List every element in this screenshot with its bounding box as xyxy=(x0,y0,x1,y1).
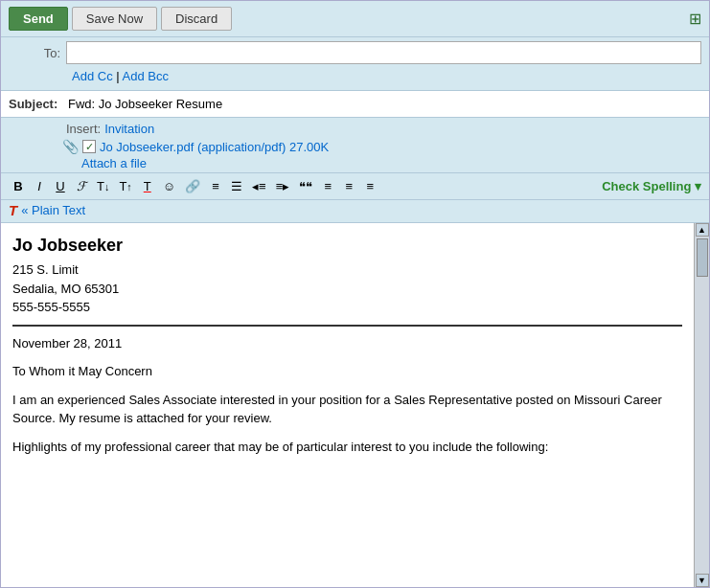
subject-row: Subject: xyxy=(1,90,709,118)
font-color-button[interactable]: T xyxy=(138,177,157,195)
font-size-dec-button[interactable]: T↓ xyxy=(93,177,113,195)
expand-icon[interactable]: ⊞ xyxy=(689,10,701,28)
scroll-up-arrow[interactable]: ▲ xyxy=(696,223,709,237)
paperclip-icon: 📎 xyxy=(62,139,79,154)
attachment-mime: (application/pdf) xyxy=(197,140,286,154)
header-fields: To: Add Cc | Add Bcc xyxy=(1,37,709,90)
underline-button[interactable]: U xyxy=(51,177,70,195)
unordered-list-button[interactable]: ☰ xyxy=(227,177,246,195)
scroll-down-arrow[interactable]: ▼ xyxy=(696,574,709,587)
insert-label: Insert: xyxy=(66,122,101,136)
phone: 555-555-5555 xyxy=(12,298,682,317)
discard-button[interactable]: Discard xyxy=(161,7,232,31)
plain-text-link[interactable]: « Plain Text xyxy=(21,203,85,217)
to-label: To: xyxy=(9,46,66,60)
date-line: November 28, 2011 xyxy=(12,334,682,353)
cc-bcc-row: Add Cc | Add Bcc xyxy=(9,66,701,86)
address-block: 215 S. Limit Sedalia, MO 65301 555-555-5… xyxy=(12,260,682,317)
checkbox-icon[interactable]: ✓ xyxy=(82,140,96,153)
plain-text-row: T « Plain Text xyxy=(1,200,709,223)
scroll-thumb[interactable] xyxy=(697,238,708,277)
to-row: To: xyxy=(9,41,701,64)
add-cc-link[interactable]: Add Cc xyxy=(72,69,113,83)
bold-button[interactable]: B xyxy=(9,177,28,195)
blockquote-button[interactable]: ❝❝ xyxy=(295,177,316,195)
scrollbar: ▲ ▼ xyxy=(694,223,709,587)
attachment-row: 📎 ✓ Jo Jobseeker.pdf (application/pdf) 2… xyxy=(9,139,701,154)
invitation-link[interactable]: Invitation xyxy=(104,122,154,136)
plain-text-icon: T xyxy=(9,202,17,218)
align-right-button[interactable]: ≡ xyxy=(360,177,379,195)
compose-window: Send Save Now Discard ⊞ To: Add Cc | Add… xyxy=(0,0,710,588)
attach-file-link[interactable]: Attach a file xyxy=(81,156,147,170)
emoji-button[interactable]: ☺ xyxy=(159,177,179,195)
italic-button[interactable]: I xyxy=(30,177,49,195)
attach-file-row: Attach a file xyxy=(9,156,701,170)
save-button[interactable]: Save Now xyxy=(72,7,157,31)
align-left-button[interactable]: ≡ xyxy=(318,177,337,195)
subject-input[interactable] xyxy=(66,95,701,113)
check-spelling-button[interactable]: Check Spelling ▾ xyxy=(602,179,701,193)
attachment-size: 27.00K xyxy=(289,140,329,154)
insert-area: Insert: Invitation 📎 ✓ Jo Jobseeker.pdf … xyxy=(1,118,709,173)
attachment-filename: Jo Jobseeker.pdf xyxy=(100,140,194,154)
divider-line xyxy=(12,325,682,327)
address-line1: 215 S. Limit xyxy=(12,260,682,280)
body-area-container: Jo Jobseeker 215 S. Limit Sedalia, MO 65… xyxy=(1,223,709,587)
format-toolbar: B I U ℱ T↓ T↑ T ☺ 🔗 ≡ ☰ ◂≡ ≡▸ ❝❝ ≡ ≡ ≡ C… xyxy=(1,173,709,200)
font-size-inc-button[interactable]: T↑ xyxy=(115,177,135,195)
body-editor[interactable]: Jo Jobseeker 215 S. Limit Sedalia, MO 65… xyxy=(1,223,694,587)
indent-dec-button[interactable]: ◂≡ xyxy=(248,177,270,195)
insert-row: Insert: Invitation xyxy=(9,122,701,136)
attachment-link[interactable]: Jo Jobseeker.pdf (application/pdf) 27.00… xyxy=(100,140,329,154)
ordered-list-button[interactable]: ≡ xyxy=(206,177,225,195)
align-center-button[interactable]: ≡ xyxy=(339,177,358,195)
to-input[interactable] xyxy=(66,41,701,64)
salutation: To Whom it May Concern xyxy=(12,362,682,381)
send-button[interactable]: Send xyxy=(9,7,68,31)
address-line2: Sedalia, MO 65301 xyxy=(12,280,682,299)
add-bcc-link[interactable]: Add Bcc xyxy=(123,69,169,83)
subject-label: Subject: xyxy=(9,97,66,111)
compose-toolbar: Send Save Now Discard ⊞ xyxy=(1,1,709,37)
sender-name: Jo Jobseeker xyxy=(12,233,682,259)
link-button[interactable]: 🔗 xyxy=(181,177,204,195)
font-button[interactable]: ℱ xyxy=(72,177,91,195)
body-paragraph-1: I am an experienced Sales Associate inte… xyxy=(12,391,682,428)
indent-inc-button[interactable]: ≡▸ xyxy=(272,177,294,195)
body-paragraph-2: Highlights of my professional career tha… xyxy=(12,438,682,457)
